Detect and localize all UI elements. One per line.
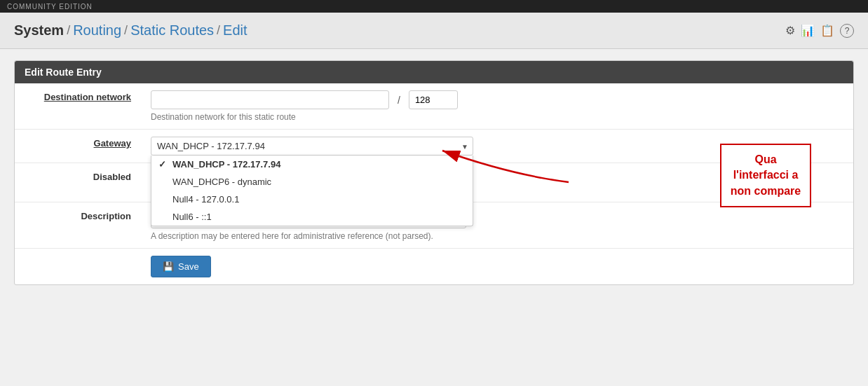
destination-network-input[interactable] [151,90,389,109]
community-edition-label: COMMUNITY EDITION [7,3,93,11]
help-icon[interactable]: ? [840,24,854,38]
save-button[interactable]: 💾 Save [151,256,211,277]
gateway-label: Gateway [94,138,131,149]
breadcrumb-system: System [14,22,64,39]
save-spacer [15,249,141,285]
dropdown-arrow-icon: ▼ [461,142,468,150]
chart-icon[interactable]: 📊 [801,24,815,37]
dropdown-item-label: Null6 - ::1 [172,212,212,222]
breadcrumb-routing[interactable]: Routing [73,22,121,39]
save-row: 💾 Save [15,249,853,285]
destination-network-row: Destination network / Destination networ… [15,83,853,130]
destination-network-hint: Destination network for this static rout… [151,112,843,122]
top-bar: COMMUNITY EDITION [0,0,868,13]
disabled-label: Disabled [93,172,131,182]
dropdown-item-wan-dhcp6[interactable]: WAN_DHCP6 - dynamic [151,173,473,191]
main-content: Edit Route Entry Destination network / D… [0,49,868,296]
destination-network-label: Destination network [44,92,131,102]
save-icon: 💾 [163,261,174,272]
description-label: Description [81,211,131,221]
form-panel: Edit Route Entry Destination network / D… [14,60,854,285]
breadcrumb-current: Edit [223,22,247,39]
save-label: Save [178,261,199,272]
description-hint: A description may be entered here for ad… [151,231,843,241]
breadcrumb-static-routes[interactable]: Static Routes [130,22,214,39]
form-table: Destination network / Destination networ… [15,83,853,284]
checkmark-icon: ✓ [158,159,168,170]
gateway-dropdown: ✓ WAN_DHCP - 172.17.7.94 WAN_DHCP6 - dyn… [151,156,473,226]
dropdown-item-label: WAN_DHCP6 - dynamic [172,177,271,187]
dropdown-item-null4[interactable]: Null4 - 127.0.0.1 [151,191,473,208]
cidr-input[interactable] [409,90,458,109]
save-content-cell: 💾 Save [141,249,853,285]
destination-network-input-row: / [151,90,843,109]
dropdown-item-label: WAN_DHCP - 172.17.7.94 [172,159,280,170]
gateway-content-cell: WAN_DHCP - 172.17.7.94 ▼ ✓ WAN_DHCP - 17… [141,130,853,163]
disabled-label-cell: Disabled [15,163,141,202]
dropdown-item-wan-dhcp[interactable]: ✓ WAN_DHCP - 172.17.7.94 [151,156,473,173]
dropdown-item-label: Null4 - 127.0.0.1 [172,194,239,205]
breadcrumb-bar: System / Routing / Static Routes / Edit … [0,13,868,49]
cidr-separator: / [398,95,400,106]
dropdown-item-null6[interactable]: Null6 - ::1 [151,208,473,226]
destination-network-label-cell: Destination network [15,83,141,130]
breadcrumb: System / Routing / Static Routes / Edit [14,22,247,39]
gateway-wrapper: WAN_DHCP - 172.17.7.94 ▼ ✓ WAN_DHCP - 17… [151,137,473,156]
gateway-label-cell: Gateway [15,130,141,163]
destination-network-content-cell: / Destination network for this static ro… [141,83,853,130]
breadcrumb-sep-3: / [217,23,220,38]
gateway-selected-value: WAN_DHCP - 172.17.7.94 [157,141,265,151]
description-label-cell: Description [15,202,141,249]
filter-icon[interactable]: ⚙ [785,24,795,37]
annotation-text: Qua l'interfacci a non compare [731,153,801,197]
gateway-select[interactable]: WAN_DHCP - 172.17.7.94 ▼ [151,137,473,156]
breadcrumb-icons: ⚙ 📊 📋 ? [785,24,854,38]
panel-heading: Edit Route Entry [15,61,853,83]
annotation-box: Qua l'interfacci a non compare [720,144,811,207]
breadcrumb-sep-2: / [124,23,128,38]
list-icon[interactable]: 📋 [820,24,834,37]
breadcrumb-sep-1: / [67,23,70,38]
gateway-row: Gateway WAN_DHCP - 172.17.7.94 ▼ ✓ WAN_D… [15,130,853,163]
